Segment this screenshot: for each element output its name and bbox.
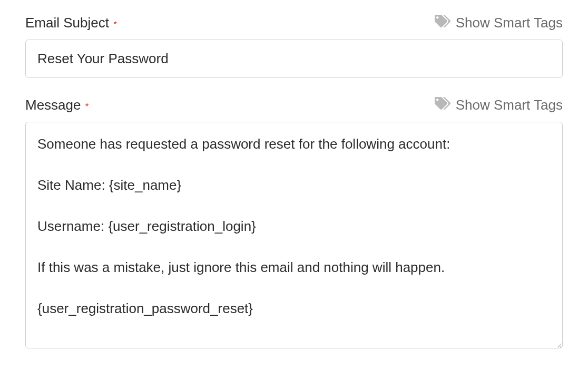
email-subject-label: Email Subject (25, 15, 109, 31)
tags-icon (435, 15, 450, 31)
email-subject-field: Email Subject * Show Smart Tags (25, 15, 563, 78)
email-subject-label-row: Email Subject * Show Smart Tags (25, 15, 563, 31)
required-asterisk: * (113, 20, 116, 29)
message-label: Message (25, 97, 81, 113)
show-smart-tags-button[interactable]: Show Smart Tags (435, 97, 563, 113)
message-field: Message * Show Smart Tags Someone has re… (25, 97, 563, 351)
tags-icon (435, 97, 450, 113)
show-smart-tags-button[interactable]: Show Smart Tags (435, 15, 563, 31)
email-subject-label-wrapper: Email Subject * (25, 15, 117, 31)
show-smart-tags-label: Show Smart Tags (456, 97, 563, 113)
email-subject-input[interactable] (25, 40, 563, 78)
message-label-wrapper: Message * (25, 97, 89, 113)
message-input[interactable]: Someone has requested a password reset f… (25, 122, 563, 348)
required-asterisk: * (85, 102, 89, 111)
show-smart-tags-label: Show Smart Tags (456, 15, 563, 31)
message-label-row: Message * Show Smart Tags (25, 97, 563, 113)
